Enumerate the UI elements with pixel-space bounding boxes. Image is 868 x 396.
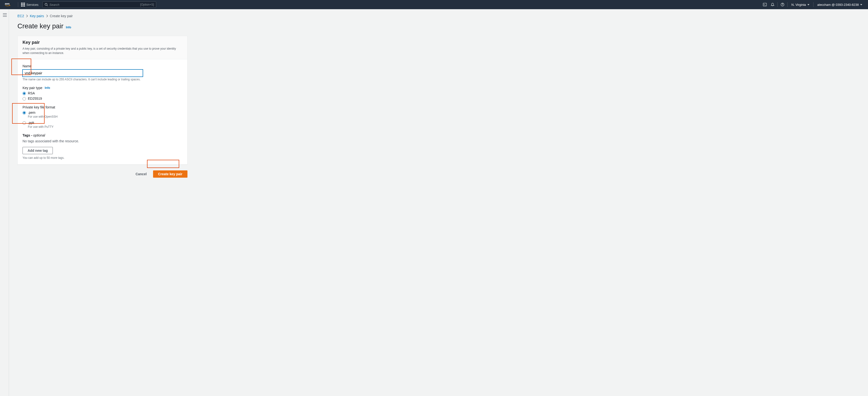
- search-input[interactable]: [50, 3, 90, 6]
- caret-down-icon: [807, 4, 809, 5]
- account-menu[interactable]: aleccham @ 0393-2340-8238: [814, 0, 865, 9]
- top-nav: aws Services [Option+S]: [0, 0, 868, 9]
- search-shortcut: [Option+S]: [140, 3, 154, 6]
- radio-ppk-input[interactable]: [23, 121, 26, 125]
- tags-field-group: Tags - optional No tags associated with …: [23, 133, 182, 160]
- chevron-right-icon: [46, 14, 48, 18]
- tags-optional: optional: [33, 133, 45, 137]
- format-field-group: Private key file format .pem For use wit…: [23, 105, 182, 129]
- radio-rsa-input[interactable]: [23, 92, 26, 95]
- create-keypair-button[interactable]: Create key pair: [153, 170, 187, 178]
- cancel-button[interactable]: Cancel: [132, 171, 151, 177]
- svg-text:aws: aws: [5, 2, 10, 5]
- cloudshell-icon[interactable]: [761, 0, 769, 9]
- keytype-field-group: Key pair type Info RSA ED25519: [23, 86, 182, 100]
- breadcrumb: EC2 Key pairs Create key pair: [18, 14, 859, 18]
- radio-ppk-label: .ppk: [28, 121, 54, 125]
- breadcrumb-current: Create key pair: [50, 14, 73, 18]
- search-icon: [44, 3, 48, 6]
- tags-empty-text: No tags associated with the resource.: [23, 139, 182, 143]
- keytype-label: Key pair type: [23, 86, 42, 90]
- services-menu[interactable]: Services: [19, 0, 40, 9]
- keypair-panel: Key pair A key pair, consisting of a pri…: [18, 36, 187, 165]
- info-link[interactable]: Info: [66, 26, 71, 29]
- name-hint: The name can include up to 255 ASCII cha…: [23, 78, 182, 81]
- name-label: Name: [23, 64, 182, 68]
- region-label: N. Virginia: [792, 3, 806, 6]
- panel-title: Key pair: [23, 40, 182, 45]
- radio-pem-sub: For use with OpenSSH: [28, 115, 58, 119]
- radio-pem-label: .pem: [28, 111, 58, 114]
- radio-rsa[interactable]: RSA: [23, 91, 182, 95]
- radio-rsa-label: RSA: [28, 91, 35, 95]
- svg-point-6: [782, 5, 783, 6]
- breadcrumb-ec2[interactable]: EC2: [18, 14, 24, 18]
- page-title: Create key pair: [18, 22, 63, 30]
- svg-point-1: [45, 3, 47, 6]
- notifications-icon[interactable]: [769, 0, 776, 9]
- caret-down-icon: [860, 4, 862, 5]
- radio-ppk[interactable]: .ppk For use with PuTTY: [23, 121, 182, 129]
- chevron-right-icon: [26, 14, 28, 18]
- info-link[interactable]: Info: [45, 86, 50, 90]
- search-box[interactable]: [Option+S]: [42, 1, 156, 8]
- radio-ppk-sub: For use with PuTTY: [28, 125, 54, 129]
- aws-logo[interactable]: aws: [3, 2, 14, 7]
- radio-ed25519-label: ED25519: [28, 97, 42, 100]
- radio-ed25519-input[interactable]: [23, 97, 26, 100]
- name-input[interactable]: [23, 69, 143, 77]
- side-nav-toggle[interactable]: [2, 12, 8, 18]
- tags-title: Tags -: [23, 133, 33, 137]
- divider: [777, 2, 778, 7]
- svg-rect-3: [763, 3, 767, 6]
- name-field-group: Name The name can include up to 255 ASCI…: [23, 64, 182, 81]
- radio-ed25519[interactable]: ED25519: [23, 97, 182, 100]
- actions-row: Cancel Create key pair: [18, 170, 187, 178]
- add-tag-button[interactable]: Add new tag: [23, 147, 53, 154]
- panel-description: A key pair, consisting of a private key …: [23, 46, 182, 55]
- tags-limit-text: You can add up to 50 more tags.: [23, 156, 182, 160]
- format-label: Private key file format: [23, 105, 182, 109]
- divider: [18, 2, 18, 7]
- panel-header: Key pair A key pair, consisting of a pri…: [18, 36, 187, 59]
- radio-pem-input[interactable]: [23, 111, 26, 114]
- services-grid-icon: [21, 3, 25, 6]
- account-label: aleccham @ 0393-2340-8238: [817, 3, 859, 6]
- help-icon[interactable]: [779, 0, 786, 9]
- breadcrumb-keypairs[interactable]: Key pairs: [30, 14, 44, 18]
- radio-pem[interactable]: .pem For use with OpenSSH: [23, 111, 182, 119]
- services-label: Services: [26, 3, 38, 6]
- region-selector[interactable]: N. Virginia: [788, 0, 812, 9]
- svg-line-2: [47, 5, 48, 6]
